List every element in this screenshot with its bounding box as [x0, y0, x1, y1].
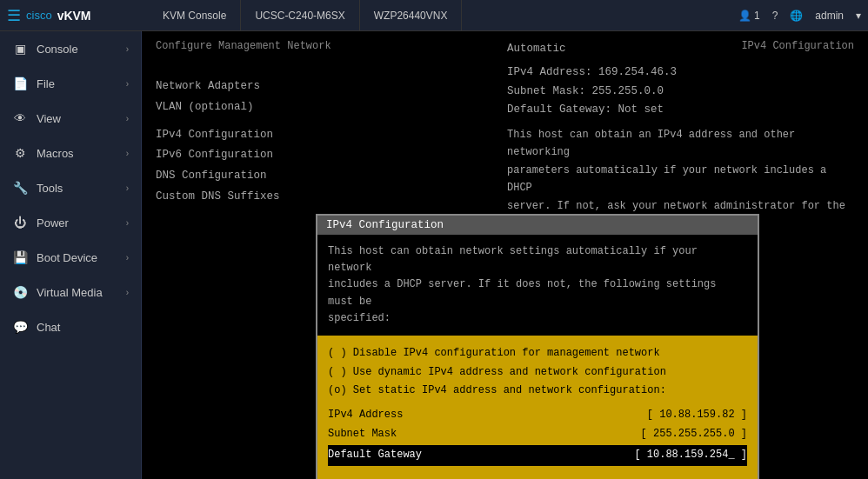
tab-kvm-console[interactable]: KVM Console [149, 0, 241, 31]
sidebar-item-file[interactable]: 📄 File › [0, 66, 141, 101]
tab-bar: KVM Console UCSC-C240-M6SX WZP26440VNX [149, 0, 731, 31]
admin-dropdown-icon[interactable]: ▾ [856, 10, 861, 22]
cisco-logo: cisco [26, 9, 52, 22]
sidebar-label-chat: Chat [37, 321, 60, 334]
modal-desc-line3: specified: [328, 310, 747, 327]
tools-arrow: › [126, 183, 129, 193]
menu-icon[interactable]: ☰ [7, 6, 21, 25]
field-subnet: Subnet Mask [ 255.255.255.0 ] [328, 425, 747, 444]
menu-vlan: VLAN (optional) [156, 97, 280, 118]
sidebar-label-power: Power [37, 216, 69, 230]
field-subnet-label: Subnet Mask [328, 425, 397, 444]
kvm-screen[interactable]: Configure Management Network IPv4 Config… [142, 31, 868, 479]
modal-footer: <Up/Down> Select <Space> Mark Selected <… [317, 476, 758, 480]
main-layout: ▣ Console › 📄 File › 👁 View › ⚙ Macros [0, 31, 868, 479]
sidebar-item-power[interactable]: ⏻ Power › [0, 205, 141, 240]
topbar: ☰ cisco vKVM KVM Console UCSC-C240-M6SX … [0, 0, 868, 31]
sidebar-label-view: View [37, 112, 61, 125]
field-ipv4-address: IPv4 Address [ 10.88.159.82 ] [328, 406, 747, 425]
default-gateway: Default Gateway: Not set [507, 101, 854, 119]
view-arrow: › [126, 114, 129, 123]
boot-device-icon: 💾 [12, 250, 28, 264]
app-title: vKVM [57, 9, 91, 23]
virtual-media-arrow: › [126, 288, 129, 297]
sidebar-label-virtual-media: Virtual Media [37, 286, 103, 299]
field-gateway-value: [ 10.88.159.254_ ] [634, 446, 747, 465]
kvm-left-title: Configure Management Network [156, 40, 331, 52]
view-icon: 👁 [12, 111, 28, 125]
kvm-menu-list: Network Adapters VLAN (optional) IPv4 Co… [156, 77, 280, 208]
sidebar-label-tools: Tools [37, 182, 63, 195]
subnet-mask: Subnet Mask: 255.255.0.0 [507, 83, 854, 101]
virtual-media-icon: 💿 [12, 285, 28, 299]
file-icon: 📄 [12, 77, 28, 90]
sidebar-item-virtual-media[interactable]: 💿 Virtual Media › [0, 275, 141, 309]
field-gateway-label: Default Gateway [328, 446, 422, 465]
option-dynamic[interactable]: ( ) Use dynamic IPv4 address and network… [328, 363, 747, 383]
ipv4-config-modal: IPv4 Configuration This host can obtain … [316, 214, 759, 479]
kvm-left-menu: Network Adapters VLAN (optional) IPv4 Co… [156, 77, 280, 208]
sidebar-item-tools[interactable]: 🔧 Tools › [0, 170, 141, 205]
console-arrow: › [126, 44, 129, 54]
console-icon: ▣ [12, 42, 28, 56]
modal-title: IPv4 Configuration [326, 219, 444, 231]
chat-icon: 💬 [12, 320, 28, 334]
logo: ☰ cisco vKVM [7, 6, 142, 25]
field-ipv4-value: [ 10.88.159.82 ] [647, 406, 747, 425]
sidebar: ▣ Console › 📄 File › 👁 View › ⚙ Macros [0, 31, 142, 479]
menu-ipv6: IPv6 Configuration [156, 145, 280, 166]
sidebar-item-macros[interactable]: ⚙ Macros › [0, 136, 141, 170]
modal-options: ( ) Disable IPv4 configuration for manag… [317, 336, 758, 476]
menu-network-adapters: Network Adapters [156, 77, 280, 97]
sidebar-label-macros: Macros [37, 147, 74, 160]
menu-ipv4: IPv4 Configuration [156, 125, 280, 146]
kvm-right-panel: Automatic IPv4 Address: 169.254.46.3 Sub… [507, 40, 854, 232]
tools-icon: 🔧 [12, 181, 28, 195]
sidebar-item-boot-device[interactable]: 💾 Boot Device › [0, 240, 141, 275]
modal-fields: IPv4 Address [ 10.88.159.82 ] Subnet Mas… [328, 406, 747, 466]
field-subnet-value: [ 255.255.255.0 ] [641, 425, 747, 444]
sidebar-label-console: Console [37, 43, 78, 56]
topbar-right: 👤 1 ? 🌐 admin ▾ [738, 10, 861, 22]
sidebar-item-view[interactable]: 👁 View › [0, 101, 141, 136]
modal-desc-line1: This host can obtain network settings au… [328, 243, 747, 276]
modal-desc-line2: includes a DHCP server. If it does not, … [328, 276, 747, 309]
sidebar-item-console[interactable]: ▣ Console › [0, 31, 141, 66]
field-gateway[interactable]: Default Gateway [ 10.88.159.254_ ] [328, 445, 747, 466]
tab-ucsc[interactable]: UCSC-C240-M6SX [241, 0, 359, 31]
modal-title-bar: IPv4 Configuration [317, 216, 758, 235]
ipv4-address: IPv4 Address: 169.254.46.3 [507, 63, 854, 82]
sidebar-label-file: File [37, 77, 55, 90]
menu-custom-dns: Custom DNS Suffixes [156, 187, 280, 208]
help-icon[interactable]: ? [772, 10, 778, 22]
tab-wzp[interactable]: WZP26440VNX [360, 0, 463, 31]
field-ipv4-label: IPv4 Address [328, 406, 403, 425]
modal-body: This host can obtain network settings au… [317, 235, 758, 336]
sidebar-label-boot-device: Boot Device [37, 251, 97, 264]
admin-label: admin [815, 10, 844, 22]
menu-dns: DNS Configuration [156, 166, 280, 187]
globe-icon[interactable]: 🌐 [790, 10, 803, 22]
sidebar-item-chat[interactable]: 💬 Chat [0, 309, 141, 344]
boot-device-arrow: › [126, 253, 129, 263]
kvm-main[interactable]: Configure Management Network IPv4 Config… [142, 31, 868, 479]
file-arrow: › [126, 79, 129, 89]
power-icon: ⏻ [12, 216, 28, 230]
user-count-badge: 👤 1 [738, 10, 760, 22]
power-arrow: › [126, 218, 129, 228]
macros-icon: ⚙ [12, 146, 28, 160]
option-static[interactable]: (o) Set static IPv4 address and network … [328, 382, 747, 401]
ipv4-auto-label: Automatic [507, 40, 854, 58]
option-disable[interactable]: ( ) Disable IPv4 configuration for manag… [328, 344, 747, 363]
macros-arrow: › [126, 149, 129, 158]
